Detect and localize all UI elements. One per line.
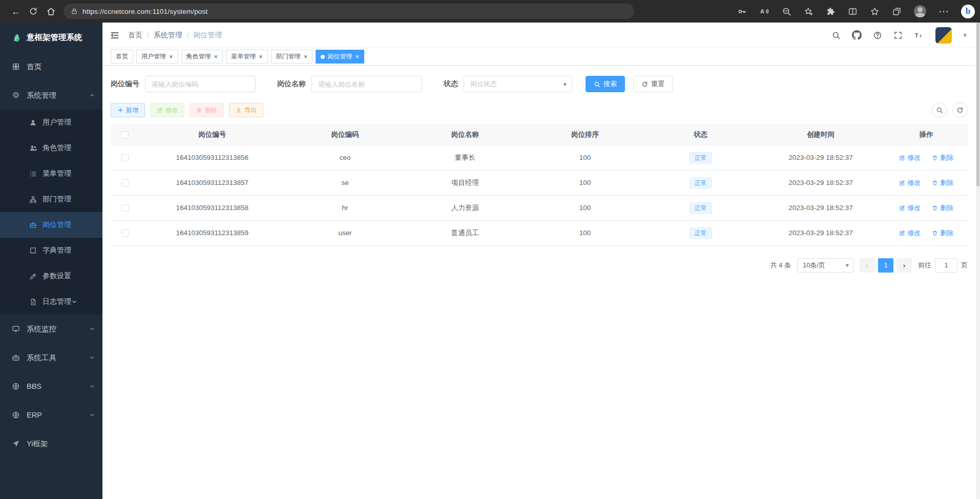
- sidebar-item-role-management[interactable]: 角色管理: [0, 135, 102, 161]
- row-delete-link[interactable]: 删除: [932, 153, 953, 162]
- help-icon[interactable]: [873, 31, 882, 40]
- tab-role-management[interactable]: 角色管理 ×: [181, 50, 223, 64]
- sidebar-item-user-management[interactable]: 用户管理: [0, 110, 102, 135]
- filter-form: 岗位编号 岗位名称 状态 岗位状态 ▾ 搜索: [111, 76, 968, 92]
- scrollbar-thumb[interactable]: [976, 23, 979, 186]
- sidebar-item-home[interactable]: 首页: [0, 52, 102, 81]
- row-edit-link[interactable]: 修改: [899, 153, 921, 162]
- breadcrumb-item-home[interactable]: 首页: [128, 31, 142, 40]
- sidebar-item-log-management[interactable]: 日志管理: [0, 289, 102, 315]
- prev-page-button[interactable]: ‹: [860, 258, 875, 273]
- row-checkbox[interactable]: [121, 179, 129, 186]
- delete-button[interactable]: 删除: [190, 103, 224, 117]
- status-badge: 正常: [690, 152, 712, 163]
- edit-icon: [899, 180, 905, 186]
- app-logo[interactable]: 意框架管理系统: [0, 23, 102, 52]
- tab-department-management[interactable]: 部门管理 ×: [271, 50, 313, 64]
- sidebar-item-erp[interactable]: ERP: [0, 401, 102, 429]
- sidebar-item-label: 岗位管理: [43, 220, 71, 230]
- next-page-button[interactable]: ›: [896, 258, 912, 273]
- sidebar-item-post-management[interactable]: 岗位管理: [0, 212, 102, 238]
- cell-created: 2023-03-29 18:52:37: [757, 220, 885, 245]
- add-button[interactable]: 新增: [111, 103, 145, 117]
- row-delete-link[interactable]: 删除: [932, 228, 953, 238]
- sidebar-collapse-icon[interactable]: [110, 30, 120, 40]
- site-info-lock-icon[interactable]: [71, 8, 78, 15]
- select-all-checkbox[interactable]: [121, 131, 129, 138]
- tab-user-management[interactable]: 用户管理 ×: [136, 50, 178, 64]
- browser-home-button[interactable]: [42, 3, 59, 20]
- post-name-input[interactable]: [311, 76, 422, 92]
- tab-menu-management[interactable]: 菜单管理 ×: [226, 50, 268, 64]
- tab-post-management[interactable]: 岗位管理 ×: [316, 50, 364, 64]
- browser-more-icon[interactable]: ⋯: [939, 6, 949, 16]
- breadcrumb-separator: /: [147, 31, 149, 39]
- search-button[interactable]: 搜索: [586, 76, 625, 92]
- reset-button[interactable]: 重置: [633, 76, 673, 92]
- page-scrollbar[interactable]: [976, 23, 980, 499]
- close-icon[interactable]: ×: [355, 53, 359, 60]
- breadcrumb-item-system[interactable]: 系统管理: [154, 31, 182, 40]
- collections-icon[interactable]: [892, 7, 902, 16]
- browser-refresh-button[interactable]: [25, 3, 42, 20]
- user-avatar[interactable]: [935, 27, 952, 44]
- export-button[interactable]: 导出: [229, 103, 263, 117]
- column-header-post-name: 岗位名称: [405, 124, 525, 145]
- close-icon[interactable]: ×: [259, 53, 263, 60]
- sidebar-item-bbs[interactable]: BBS: [0, 372, 102, 401]
- close-icon[interactable]: ×: [304, 53, 308, 60]
- table-toolbar: 新增 修改 删除 导出: [111, 102, 968, 118]
- row-edit-link[interactable]: 修改: [899, 203, 921, 213]
- fullscreen-icon[interactable]: [893, 31, 903, 40]
- sidebar-item-system-management[interactable]: ⚙ 系统管理: [0, 81, 102, 110]
- post-id-input[interactable]: [145, 76, 256, 92]
- favorites-bar-icon[interactable]: [870, 7, 880, 16]
- password-key-icon[interactable]: [737, 7, 747, 16]
- plus-icon: [117, 107, 123, 113]
- address-bar[interactable]: https://ccnetcore.com:1101/system/post: [64, 4, 634, 19]
- row-delete-link[interactable]: 删除: [932, 203, 953, 213]
- row-delete-link[interactable]: 删除: [932, 178, 953, 188]
- sidebar-item-menu-management[interactable]: 菜单管理: [0, 161, 102, 186]
- refresh-table-button[interactable]: [952, 102, 968, 118]
- sidebar-item-system-monitoring[interactable]: 系统监控: [0, 315, 102, 343]
- cell-post-name: 普通员工: [405, 220, 525, 245]
- pagination-total: 共 4 条: [770, 261, 791, 270]
- tab-home[interactable]: 首页: [111, 50, 133, 64]
- caret-down-icon[interactable]: ▾: [963, 31, 967, 39]
- toggle-search-button[interactable]: [932, 102, 947, 118]
- page-size-select[interactable]: 10条/页 ▾: [797, 258, 853, 273]
- status-select[interactable]: 岗位状态 ▾: [464, 76, 572, 92]
- browser-profile-avatar[interactable]: [914, 5, 926, 17]
- row-checkbox[interactable]: [121, 154, 129, 161]
- sidebar-item-system-tools[interactable]: 系统工具: [0, 343, 102, 372]
- page-number-button[interactable]: 1: [878, 258, 893, 273]
- edit-button[interactable]: 修改: [150, 103, 184, 117]
- app-shell: 意框架管理系统 首页 ⚙ 系统管理 用: [0, 23, 980, 499]
- font-size-icon[interactable]: TT: [914, 31, 924, 40]
- search-icon[interactable]: [831, 31, 841, 40]
- sidebar-item-parameter-settings[interactable]: 参数设置: [0, 263, 102, 289]
- row-edit-link[interactable]: 修改: [899, 228, 921, 238]
- goto-page-input[interactable]: [935, 258, 957, 273]
- extensions-icon[interactable]: [826, 7, 836, 16]
- row-edit-link[interactable]: 修改: [899, 178, 921, 188]
- sidebar-item-yi-framework[interactable]: Yi框架: [0, 429, 102, 458]
- github-icon[interactable]: [852, 30, 862, 40]
- favorite-add-icon[interactable]: [804, 7, 814, 16]
- zoom-out-icon[interactable]: [782, 7, 791, 16]
- sidebar-item-dictionary-management[interactable]: 字典管理: [0, 238, 102, 263]
- cell-post-code: se: [285, 170, 405, 195]
- split-screen-icon[interactable]: [848, 7, 858, 16]
- row-checkbox[interactable]: [121, 204, 129, 212]
- table-row: 1641030593112313857 se 项目经理 100 正常 2023-…: [111, 170, 968, 195]
- sidebar-item-department-management[interactable]: 部门管理: [0, 186, 102, 212]
- read-aloud-icon[interactable]: A: [759, 6, 769, 16]
- browser-back-button[interactable]: ←: [7, 3, 25, 20]
- search-button-label: 搜索: [603, 79, 617, 89]
- row-checkbox[interactable]: [121, 230, 129, 237]
- close-icon[interactable]: ×: [214, 53, 218, 60]
- bing-icon[interactable]: b: [961, 5, 975, 18]
- close-icon[interactable]: ×: [169, 53, 173, 60]
- sidebar-item-label: 系统管理: [27, 91, 56, 100]
